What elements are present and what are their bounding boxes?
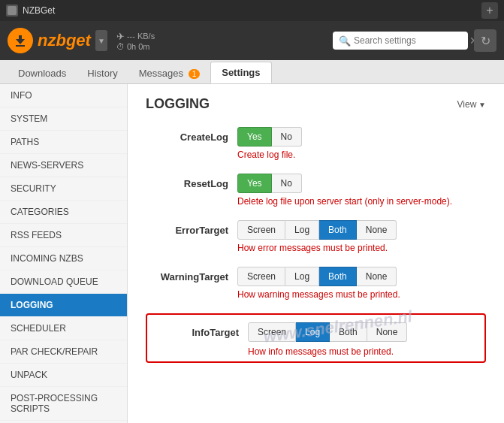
search-box[interactable]: 🔍 ✕	[333, 32, 468, 50]
infotarget-both-button[interactable]: Both	[330, 322, 367, 342]
sidebar-item-post-processing-scripts[interactable]: POST-PROCESSING SCRIPTS	[0, 387, 127, 421]
resetlog-no-button[interactable]: No	[272, 174, 302, 193]
infotarget-none-button[interactable]: None	[367, 322, 408, 342]
resetlog-row: ResetLog Yes No Delete log file upon ser…	[146, 174, 486, 207]
sidebar-item-categories[interactable]: CATEGORIES	[0, 201, 127, 224]
speed-icon: ✈	[116, 31, 125, 42]
sidebar-item-scheduler[interactable]: SCHEDULER	[0, 317, 127, 340]
warningtarget-desc: How warning messages must be printed.	[237, 289, 486, 300]
errortarget-btn-group: Screen Log Both None	[237, 220, 397, 240]
infotarget-desc: How info messages must be printed.	[248, 346, 475, 357]
page-title: LOGGING	[146, 96, 210, 112]
view-button[interactable]: View	[457, 99, 486, 110]
warningtarget-field: WarningTarget Screen Log Both None	[146, 267, 486, 286]
messages-badge: 1	[189, 69, 201, 79]
tab-settings[interactable]: Settings	[210, 62, 271, 83]
infotarget-field: InfoTarget Screen Log Both None	[156, 322, 475, 342]
createlog-btn-group: Yes No	[237, 127, 302, 147]
navbar: nzbget ▼ ✈ --- KB/s ⏱ 0h 0m 🔍 ✕ ↻	[0, 21, 504, 60]
time-icon: ⏱	[116, 42, 125, 51]
sidebar-item-paths[interactable]: PATHS	[0, 131, 127, 154]
sidebar-item-info[interactable]: INFO	[0, 84, 127, 107]
sidebar-item-system[interactable]: SYSTEM	[0, 107, 127, 131]
logo-dropdown-button[interactable]: ▼	[95, 30, 107, 51]
tabbar: Downloads History Messages 1 Settings	[0, 60, 504, 84]
titlebar: NZBGet +	[0, 0, 504, 21]
sidebar-item-security[interactable]: SECURITY	[0, 177, 127, 201]
logo-download-button[interactable]	[8, 28, 33, 53]
errortarget-label: ErrorTarget	[146, 225, 228, 236]
sidebar-item-rss-feeds[interactable]: RSS FEEDS	[0, 224, 127, 247]
refresh-button[interactable]: ↻	[474, 29, 496, 52]
window-title: NZBGet	[23, 5, 55, 16]
warningtarget-row: WarningTarget Screen Log Both None How w…	[146, 267, 486, 300]
logo-area: nzbget ▼	[8, 28, 107, 53]
resetlog-btn-group: Yes No	[237, 174, 302, 193]
sidebar-item-download-queue[interactable]: DOWNLOAD QUEUE	[0, 270, 127, 294]
warningtarget-label: WarningTarget	[146, 271, 228, 283]
errortarget-desc: How error messages must be printed.	[237, 243, 486, 253]
createlog-row: CreateLog Yes No Create log file.	[146, 127, 486, 160]
time-value: 0h 0m	[127, 42, 150, 51]
main-layout: INFO SYSTEM PATHS NEWS-SERVERS SECURITY …	[0, 84, 504, 423]
warningtarget-both-button[interactable]: Both	[319, 267, 357, 286]
warningtarget-log-button[interactable]: Log	[285, 267, 319, 286]
tab-history[interactable]: History	[77, 63, 128, 83]
new-tab-button[interactable]: +	[481, 2, 498, 19]
search-input[interactable]	[354, 35, 466, 46]
sidebar: INFO SYSTEM PATHS NEWS-SERVERS SECURITY …	[0, 84, 128, 423]
createlog-desc: Create log file.	[237, 150, 486, 160]
resetlog-label: ResetLog	[146, 178, 228, 189]
search-icon: 🔍	[339, 35, 351, 47]
svg-rect-0	[8, 6, 17, 15]
content-area: www.snelrennen.nl LOGGING View CreateLog…	[128, 84, 504, 423]
infotarget-screen-button[interactable]: Screen	[248, 322, 296, 342]
errortarget-screen-button[interactable]: Screen	[237, 220, 285, 240]
infotarget-btn-group: Screen Log Both None	[248, 322, 407, 342]
infotarget-log-button[interactable]: Log	[296, 322, 330, 342]
speed-info: ✈ --- KB/s ⏱ 0h 0m	[116, 31, 155, 51]
errortarget-none-button[interactable]: None	[357, 220, 397, 240]
logo-text: nzbget	[38, 31, 91, 50]
warningtarget-btn-group: Screen Log Both None	[237, 267, 397, 286]
infotarget-label: InfoTarget	[156, 327, 239, 338]
tab-downloads[interactable]: Downloads	[8, 63, 77, 83]
sidebar-item-unpack[interactable]: UNPACK	[0, 364, 127, 387]
svg-marker-1	[16, 35, 25, 44]
infotarget-box: InfoTarget Screen Log Both None How info…	[146, 313, 486, 363]
sidebar-item-par-check-repair[interactable]: PAR CHECK/REPAIR	[0, 340, 127, 364]
svg-rect-2	[16, 45, 25, 47]
resetlog-desc: Delete log file upon server start (only …	[237, 196, 486, 207]
app-icon	[6, 5, 18, 17]
sidebar-item-incoming-nzbs[interactable]: INCOMING NZBS	[0, 247, 127, 270]
createlog-no-button[interactable]: No	[272, 127, 302, 147]
warningtarget-none-button[interactable]: None	[357, 267, 397, 286]
createlog-field: CreateLog Yes No	[146, 127, 486, 147]
resetlog-field: ResetLog Yes No	[146, 174, 486, 193]
resetlog-yes-button[interactable]: Yes	[237, 174, 272, 193]
tab-messages[interactable]: Messages 1	[128, 63, 210, 83]
sidebar-item-logging[interactable]: LOGGING	[0, 294, 127, 317]
sidebar-item-news-servers[interactable]: NEWS-SERVERS	[0, 154, 127, 177]
errortarget-field: ErrorTarget Screen Log Both None	[146, 220, 486, 240]
createlog-label: CreateLog	[146, 131, 228, 143]
errortarget-log-button[interactable]: Log	[285, 220, 319, 240]
content-header: LOGGING View	[146, 96, 486, 112]
createlog-yes-button[interactable]: Yes	[237, 127, 272, 147]
speed-value: --- KB/s	[127, 32, 155, 41]
errortarget-row: ErrorTarget Screen Log Both None How err…	[146, 220, 486, 253]
warningtarget-screen-button[interactable]: Screen	[237, 267, 285, 286]
errortarget-both-button[interactable]: Both	[319, 220, 357, 240]
